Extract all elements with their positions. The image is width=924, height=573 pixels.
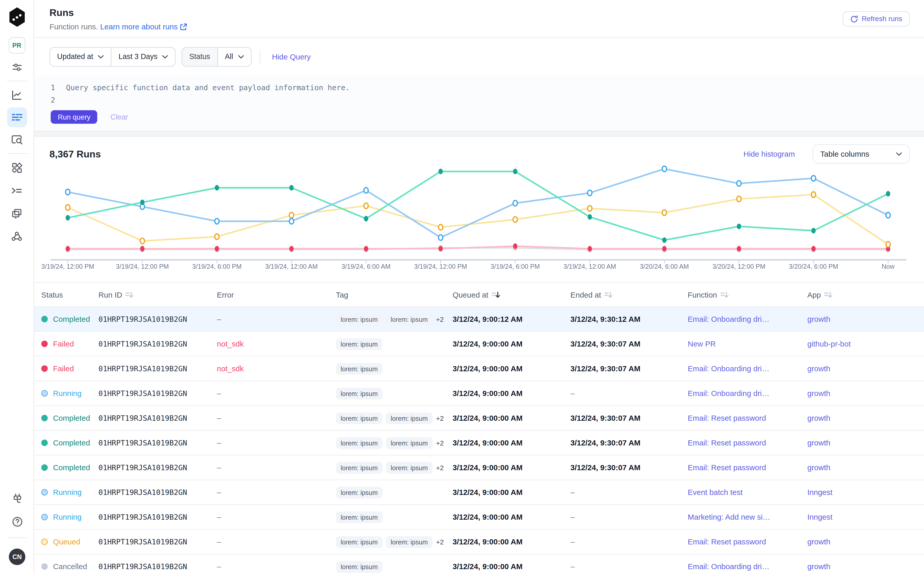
status-filter-dropdown[interactable]: All [217, 47, 251, 66]
error-value: – [217, 389, 336, 398]
app-link[interactable]: growth [807, 364, 830, 373]
metrics-chart-icon[interactable] [7, 86, 27, 104]
table-row[interactable]: Completed 01HRPT19RJSA1019B2GN – lorem: … [34, 431, 924, 456]
tag-chip: lorem: ipsum [386, 313, 432, 325]
sort-icon-active[interactable] [492, 290, 500, 299]
webhook-icon[interactable] [7, 227, 27, 245]
column-header-queued-at[interactable]: Queued at [453, 290, 570, 299]
table-row[interactable]: Queued 01HRPT19RJSA1019B2GN – lorem: ips… [34, 530, 924, 554]
column-header-ended-at[interactable]: Ended at [570, 290, 688, 299]
app-link[interactable]: growth [807, 315, 830, 323]
status-dot [41, 539, 48, 545]
data-point-completed [587, 214, 592, 219]
deploys-windows-icon[interactable] [7, 205, 27, 222]
table-row[interactable]: Completed 01HRPT19RJSA1019B2GN – lorem: … [34, 307, 924, 332]
run-id: 01HRPT19RJSA1019B2GN [99, 488, 217, 497]
terminal-env-icon[interactable] [7, 182, 27, 199]
table-row[interactable]: Cancelled 01HRPT19RJSA1019B2GN – lorem: … [34, 554, 924, 573]
error-value: – [217, 413, 336, 422]
function-link[interactable]: Email: Reset password [688, 463, 766, 472]
tag-chip: lorem: ipsum [336, 511, 383, 523]
error-value: – [217, 537, 336, 546]
sort-icon[interactable] [824, 290, 833, 299]
status-cell: Completed [41, 413, 99, 422]
inngest-logo-icon[interactable] [8, 7, 26, 27]
data-point-queued [811, 192, 816, 197]
time-field-dropdown[interactable]: Updated at [50, 47, 111, 66]
queued-at: 3/12/24, 9:00:00 AM [453, 562, 570, 571]
app-link[interactable]: growth [807, 463, 830, 472]
tag-chip: lorem: ipsum [336, 487, 383, 498]
apps-icon[interactable] [7, 158, 27, 176]
function-link[interactable]: Email: Onboarding dri… [688, 562, 769, 571]
status-cell: Failed [41, 364, 99, 373]
queued-at: 3/12/24, 9:00:00 AM [453, 413, 570, 422]
filters-sliders-icon[interactable] [7, 58, 27, 76]
app-link[interactable]: Inngest [807, 488, 833, 497]
user-avatar[interactable]: CN [9, 548, 25, 565]
data-point-running [737, 181, 741, 186]
x-axis-label: 3/20/24, 6:00 AM [640, 263, 689, 270]
sort-icon[interactable] [720, 290, 729, 299]
table-row[interactable]: Completed 01HRPT19RJSA1019B2GN – lorem: … [34, 406, 924, 431]
app-link[interactable]: growth [807, 537, 830, 546]
tag-chip: lorem: ipsum [336, 412, 383, 424]
status-cell: Completed [41, 315, 99, 323]
table-row[interactable]: Failed 01HRPT19RJSA1019B2GN not_sdk lore… [34, 332, 924, 357]
tag-list: lorem: ipsum [336, 511, 453, 523]
learn-more-link[interactable]: Learn more about runs [100, 22, 187, 31]
app-link[interactable]: growth [807, 438, 830, 447]
app-link[interactable]: growth [807, 413, 830, 422]
function-link[interactable]: Email: Reset password [688, 438, 766, 447]
sort-icon[interactable] [604, 290, 613, 299]
table-row[interactable]: Completed 01HRPT19RJSA1019B2GN – lorem: … [34, 456, 924, 480]
column-header-run-id[interactable]: Run ID [99, 290, 217, 299]
chevron-down-icon [98, 55, 104, 59]
status-dot [41, 440, 48, 446]
table-row[interactable]: Running 01HRPT19RJSA1019B2GN – lorem: ip… [34, 381, 924, 406]
event-search-icon[interactable] [7, 131, 27, 149]
app-link[interactable]: Inngest [807, 513, 833, 521]
help-icon[interactable] [7, 513, 27, 531]
run-query-button[interactable]: Run query [51, 110, 98, 124]
function-link[interactable]: New PR [688, 339, 716, 348]
table-row[interactable]: Failed 01HRPT19RJSA1019B2GN not_sdk lore… [34, 357, 924, 381]
chevron-down-icon [162, 55, 168, 59]
error-value: – [217, 315, 336, 323]
ended-at: – [570, 513, 688, 521]
function-link[interactable]: Email: Onboarding dri… [688, 364, 769, 373]
table-columns-dropdown[interactable]: Table columns [813, 144, 910, 163]
tag-chip: lorem: ipsum [336, 388, 383, 399]
column-header-app[interactable]: App [807, 290, 924, 299]
table-row[interactable]: Running 01HRPT19RJSA1019B2GN – lorem: ip… [34, 480, 924, 505]
tag-chip: lorem: ipsum [386, 462, 432, 474]
clear-query-button[interactable]: Clear [111, 113, 128, 121]
app-link[interactable]: growth [807, 389, 830, 398]
function-link[interactable]: Email: Reset password [688, 537, 766, 546]
integrations-plug-icon[interactable] [7, 490, 27, 508]
time-range-dropdown[interactable]: Last 3 Days [111, 47, 175, 66]
refresh-runs-button[interactable]: Refresh runs [843, 11, 910, 26]
app-link[interactable]: growth [807, 562, 830, 571]
column-header-function[interactable]: Function [688, 290, 807, 299]
function-link[interactable]: Email: Reset password [688, 413, 766, 422]
query-editor[interactable]: 1 Query specific function data and event… [34, 75, 924, 131]
workspace-badge[interactable]: PR [8, 37, 25, 53]
function-link[interactable]: Event batch test [688, 488, 742, 497]
data-point-queued [886, 242, 890, 247]
table-row[interactable]: Running 01HRPT19RJSA1019B2GN – lorem: ip… [34, 505, 924, 530]
function-link[interactable]: Email: Onboarding dri… [688, 315, 769, 323]
data-point-failed [513, 243, 517, 249]
app-link[interactable]: github-pr-bot [807, 339, 851, 348]
data-point-failed [439, 246, 443, 252]
function-link[interactable]: Marketing: Add new si… [688, 513, 771, 521]
data-point-queued [737, 196, 741, 202]
sort-icon[interactable] [125, 290, 134, 299]
hide-histogram-link[interactable]: Hide histogram [743, 149, 795, 158]
hide-query-link[interactable]: Hide Query [272, 52, 311, 61]
function-link[interactable]: Email: Onboarding dri… [688, 389, 769, 398]
run-id: 01HRPT19RJSA1019B2GN [99, 562, 217, 571]
runs-list-icon-active[interactable] [7, 107, 27, 127]
tag-chip: lorem: ipsum [336, 560, 383, 573]
data-point-running [66, 189, 70, 195]
